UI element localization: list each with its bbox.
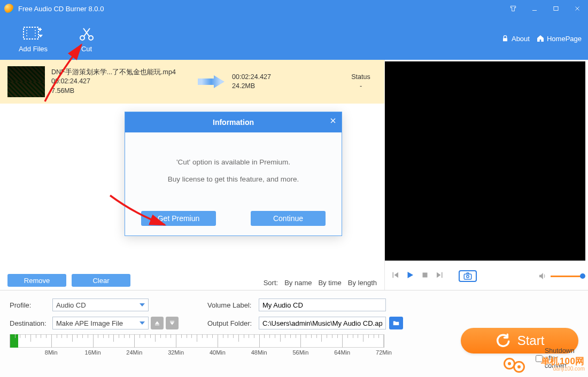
start-label: Start bbox=[517, 333, 545, 348]
dialog-header: Information bbox=[125, 112, 342, 132]
svg-point-13 bbox=[467, 276, 469, 278]
destination-value: Make APE Image File bbox=[56, 319, 123, 327]
svg-rect-15 bbox=[170, 321, 174, 321]
maximize-button[interactable] bbox=[545, 0, 567, 17]
video-preview bbox=[385, 61, 585, 261]
cut-label: Cut bbox=[81, 45, 92, 53]
preview-pane bbox=[385, 60, 588, 290]
playback-controls bbox=[385, 265, 588, 287]
svg-rect-11 bbox=[423, 273, 428, 278]
timeline-tick-label: 40Min bbox=[210, 349, 226, 356]
sort-by-time[interactable]: By time bbox=[318, 279, 341, 287]
stop-button[interactable] bbox=[420, 270, 430, 282]
timeline-tick-label: 48Min bbox=[251, 349, 267, 356]
refresh-icon bbox=[495, 333, 510, 348]
profile-label: Profile: bbox=[10, 301, 52, 309]
output-folder-input[interactable] bbox=[259, 317, 386, 329]
svg-point-7 bbox=[35, 35, 36, 36]
app-title: Free Audio CD Burner 8.0.0 bbox=[18, 5, 502, 13]
volume-label-input[interactable] bbox=[259, 299, 386, 311]
timeline-tick-label: 56Min bbox=[292, 349, 308, 356]
title-bar: Free Audio CD Burner 8.0.0 bbox=[0, 0, 588, 17]
chevron-down-icon bbox=[140, 321, 145, 325]
next-button[interactable] bbox=[435, 270, 445, 282]
skin-button[interactable] bbox=[502, 0, 524, 17]
shutdown-input[interactable] bbox=[536, 355, 543, 362]
remove-button[interactable]: Remove bbox=[7, 274, 66, 287]
dialog-line2: Buy license to get this feature, and mor… bbox=[135, 171, 332, 188]
file-src-size: 7.56MB bbox=[51, 87, 190, 96]
svg-rect-1 bbox=[24, 27, 38, 39]
app-logo-icon bbox=[4, 4, 14, 13]
file-status: Status - bbox=[345, 73, 377, 91]
svg-point-2 bbox=[26, 30, 27, 31]
about-label: About bbox=[512, 35, 530, 43]
prev-button[interactable] bbox=[390, 270, 400, 282]
scissors-icon bbox=[76, 25, 97, 43]
profile-combo[interactable]: Audio CD bbox=[52, 299, 149, 311]
destination-combo[interactable]: Make APE Image File bbox=[52, 317, 149, 329]
settings-panel: Profile: Audio CD Volume Label: Destinat… bbox=[0, 290, 588, 377]
file-out-duration: 00:02:24.427 bbox=[232, 73, 301, 82]
browse-folder-button[interactable] bbox=[389, 317, 403, 329]
destination-label: Destination: bbox=[10, 319, 52, 327]
transcode-arrow-icon bbox=[198, 75, 225, 88]
close-button[interactable] bbox=[567, 0, 588, 17]
svg-rect-14 bbox=[155, 325, 159, 325]
file-output-meta: 00:02:24.427 24.2MB bbox=[232, 73, 301, 91]
svg-rect-12 bbox=[464, 274, 471, 279]
file-name: DNF手游策划来学...了不氪金也能玩.mp4 bbox=[51, 68, 190, 77]
file-out-size: 24.2MB bbox=[232, 82, 301, 91]
shutdown-label: Shutdown after convert bbox=[545, 347, 578, 370]
output-folder-label: Output Folder: bbox=[207, 319, 259, 327]
homepage-link[interactable]: HomePage bbox=[536, 34, 582, 43]
file-source-meta: DNF手游策划来学...了不氪金也能玩.mp4 00:02:24.427 7.5… bbox=[51, 68, 190, 96]
svg-point-4 bbox=[26, 35, 27, 36]
home-icon bbox=[536, 34, 545, 43]
sort-bar: Sort: By name By time By length bbox=[264, 279, 377, 287]
snapshot-button[interactable] bbox=[459, 270, 477, 282]
status-value: - bbox=[345, 82, 377, 91]
add-files-label: Add Files bbox=[19, 45, 48, 53]
main-toolbar: Add Files Cut About HomePage bbox=[0, 17, 588, 60]
film-add-icon bbox=[22, 25, 44, 43]
clear-button[interactable]: Clear bbox=[72, 274, 130, 287]
svg-point-5 bbox=[35, 30, 36, 31]
sort-by-name[interactable]: By name bbox=[284, 279, 312, 287]
timeline-tick-label: 32Min bbox=[168, 349, 184, 356]
svg-point-6 bbox=[35, 33, 36, 34]
information-dialog: Information 'Cut' option is available in… bbox=[125, 112, 342, 236]
volume-slider[interactable] bbox=[551, 276, 583, 277]
play-button[interactable] bbox=[405, 270, 415, 282]
get-premium-button[interactable]: Get Premiun bbox=[141, 211, 216, 226]
timeline-tick-label: 64Min bbox=[334, 349, 350, 356]
continue-button[interactable]: Continue bbox=[251, 211, 326, 226]
timeline-tick-label: 24Min bbox=[126, 349, 142, 356]
svg-rect-0 bbox=[554, 7, 558, 11]
add-files-button[interactable]: Add Files bbox=[6, 25, 60, 53]
cut-button[interactable]: Cut bbox=[60, 25, 113, 53]
svg-point-9 bbox=[89, 36, 93, 40]
volume-control[interactable] bbox=[538, 271, 583, 281]
file-row[interactable]: DNF手游策划来学...了不氪金也能玩.mp4 00:02:24.427 7.5… bbox=[0, 60, 384, 104]
sort-label: Sort: bbox=[264, 279, 278, 287]
disc-timeline: 8Min16Min24Min32Min40Min48Min56Min64Min7… bbox=[10, 334, 384, 356]
dialog-title: Information bbox=[213, 118, 254, 127]
file-src-duration: 00:02:24.427 bbox=[51, 77, 190, 87]
dialog-line1: 'Cut' option is available in Premium. bbox=[135, 154, 332, 171]
lock-icon bbox=[501, 34, 509, 43]
speaker-icon bbox=[538, 271, 547, 281]
sort-by-length[interactable]: By length bbox=[348, 279, 377, 287]
erase-button[interactable] bbox=[166, 317, 179, 329]
minimize-button[interactable] bbox=[524, 0, 545, 17]
timeline-tick-label: 16Min bbox=[85, 349, 101, 356]
homepage-label: HomePage bbox=[547, 35, 582, 43]
dialog-close-button[interactable] bbox=[329, 116, 337, 127]
svg-point-8 bbox=[80, 36, 84, 40]
svg-point-3 bbox=[26, 33, 27, 34]
chevron-down-icon bbox=[140, 303, 145, 307]
about-link[interactable]: About bbox=[501, 34, 530, 43]
profile-value: Audio CD bbox=[56, 301, 86, 309]
eject-button[interactable] bbox=[151, 317, 164, 329]
shutdown-checkbox[interactable]: Shutdown after convert bbox=[536, 347, 578, 370]
